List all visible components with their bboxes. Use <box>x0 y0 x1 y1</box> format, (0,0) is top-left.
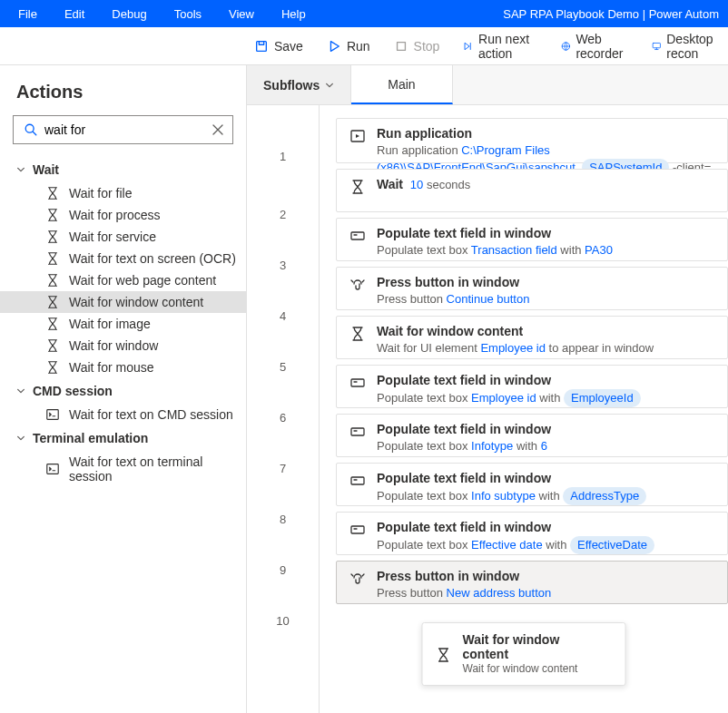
action-wait-for-web-page-content[interactable]: Wait for web page content <box>0 269 246 291</box>
clear-search-icon[interactable] <box>212 123 224 136</box>
tab-main[interactable]: Main <box>351 65 452 104</box>
step-desc: Populate text box Effective date with Ef… <box>377 536 714 554</box>
step-title: Wait <box>377 177 403 191</box>
flow-step[interactable]: Wait 10 seconds <box>336 169 728 212</box>
action-wait-for-text-on-cmd-session[interactable]: Wait for text on CMD session <box>0 404 246 425</box>
action-wait-for-text-on-screen-ocr-[interactable]: Wait for text on screen (OCR) <box>0 248 246 269</box>
textfield-icon <box>349 424 366 440</box>
step-title: Run application <box>377 126 714 141</box>
flow-step[interactable]: Populate text field in windowPopulate te… <box>336 365 728 408</box>
step-title: Press button in window <box>377 275 714 289</box>
step-title: Populate text field in window <box>377 471 714 485</box>
titlebar: File Edit Debug Tools View Help SAP RPA … <box>0 0 728 27</box>
menu-edit[interactable]: Edit <box>55 4 93 24</box>
menu-tools[interactable]: Tools <box>165 4 211 24</box>
action-type-icon <box>45 462 60 476</box>
line-number: 2 <box>280 189 286 239</box>
subflows-button[interactable]: Subflows <box>247 65 351 104</box>
flow-step[interactable]: Populate text field in windowPopulate te… <box>336 218 728 261</box>
hourglass-icon <box>349 179 366 195</box>
menu-help[interactable]: Help <box>272 4 315 24</box>
desktop-recorder-button[interactable]: Desktop recon <box>644 28 728 64</box>
stop-button[interactable]: Stop <box>387 35 448 57</box>
action-wait-for-window[interactable]: Wait for window <box>0 335 246 356</box>
action-wait-for-image[interactable]: Wait for image <box>0 313 246 335</box>
action-type-icon <box>45 360 60 375</box>
line-number: 3 <box>280 239 286 290</box>
action-wait-for-text-on-terminal-session[interactable]: Wait for text on terminal session <box>0 451 246 487</box>
flow-step[interactable]: Press button in windowPress button Conti… <box>336 267 728 310</box>
textfield-icon <box>349 473 366 489</box>
actions-sidebar: Actions WaitWait for fileWait for proces… <box>0 65 247 713</box>
run-app-icon <box>349 128 366 144</box>
run-next-button[interactable]: Run next action <box>456 28 544 64</box>
line-number: 10 <box>276 595 289 646</box>
action-wait-for-service[interactable]: Wait for service <box>0 226 246 248</box>
step-title: Populate text field in window <box>377 226 714 240</box>
web-recorder-button[interactable]: Web recorder <box>554 28 635 64</box>
action-type-icon <box>45 407 60 422</box>
menu-debug[interactable]: Debug <box>103 4 155 24</box>
action-type-icon <box>45 186 60 200</box>
step-desc: Populate text box Transaction field with… <box>377 242 714 259</box>
sidebar-title: Actions <box>16 82 230 103</box>
textfield-icon <box>349 228 366 244</box>
tab-bar: Subflows Main <box>247 65 728 105</box>
press-button-icon <box>349 277 366 293</box>
drag-card-title: Wait for window content <box>463 632 607 661</box>
flow-step[interactable]: Press button in windowPress button New a… <box>336 561 728 604</box>
search-input[interactable] <box>13 115 233 144</box>
action-wait-for-process[interactable]: Wait for process <box>0 204 246 226</box>
menu-view[interactable]: View <box>220 4 263 24</box>
action-type-icon <box>45 208 60 222</box>
line-number: 8 <box>280 493 286 544</box>
flow-step[interactable]: Populate text field in windowPopulate te… <box>336 463 728 506</box>
flow-step[interactable]: Populate text field in windowPopulate te… <box>336 512 728 555</box>
line-gutter: 12345678910 <box>247 105 320 713</box>
line-number: 7 <box>280 443 286 493</box>
group-header-terminal-emulation[interactable]: Terminal emulation <box>0 425 246 451</box>
flow-step[interactable]: Run applicationRun application C:\Progra… <box>336 118 728 163</box>
step-desc: 10 seconds <box>410 178 471 191</box>
line-number: 5 <box>280 341 286 392</box>
save-icon <box>254 39 269 54</box>
line-number: 6 <box>280 392 286 443</box>
step-title: Populate text field in window <box>377 422 714 436</box>
action-wait-for-file[interactable]: Wait for file <box>0 182 246 204</box>
drag-card-desc: Wait for window content <box>463 661 607 676</box>
stop-icon <box>394 39 408 54</box>
step-desc: Populate text box Info subtype with Addr… <box>377 487 714 505</box>
run-next-icon <box>463 39 473 54</box>
line-number: 9 <box>280 544 286 595</box>
step-desc: Press button New address button <box>377 585 714 601</box>
textfield-icon <box>349 522 366 538</box>
flow-step[interactable]: Wait for window contentWait for UI eleme… <box>336 316 728 359</box>
action-wait-for-window-content[interactable]: Wait for window content <box>0 291 246 313</box>
step-title: Press button in window <box>377 569 714 583</box>
hourglass-icon <box>349 326 366 342</box>
menu-file[interactable]: File <box>9 4 46 24</box>
group-header-wait[interactable]: Wait <box>0 157 246 182</box>
textfield-icon <box>349 375 366 391</box>
run-button[interactable]: Run <box>320 35 378 57</box>
desktop-icon <box>652 39 662 54</box>
flow-step[interactable]: Populate text field in windowPopulate te… <box>336 414 728 457</box>
drag-preview-card[interactable]: Wait for window content Wait for window … <box>422 622 626 686</box>
chevron-down-icon <box>16 386 25 396</box>
chevron-down-icon <box>325 81 334 90</box>
step-desc: Populate text box Employee id with Emplo… <box>377 389 714 407</box>
save-button[interactable]: Save <box>247 35 310 57</box>
step-desc: Press button Continue button <box>377 291 714 308</box>
toolbar: Save Run Stop Run next action Web record… <box>0 27 728 65</box>
action-wait-for-mouse[interactable]: Wait for mouse <box>0 356 246 378</box>
line-number: 1 <box>280 123 286 189</box>
action-type-icon <box>45 251 60 266</box>
window-title: SAP RPA Playbook Demo | Power Autom <box>503 7 719 21</box>
play-icon <box>327 39 341 54</box>
action-type-icon <box>45 230 60 244</box>
action-type-icon <box>45 273 60 288</box>
step-title: Wait for window content <box>377 324 714 338</box>
group-header-cmd-session[interactable]: CMD session <box>0 378 246 404</box>
action-type-icon <box>45 295 60 309</box>
press-button-icon <box>349 571 366 587</box>
